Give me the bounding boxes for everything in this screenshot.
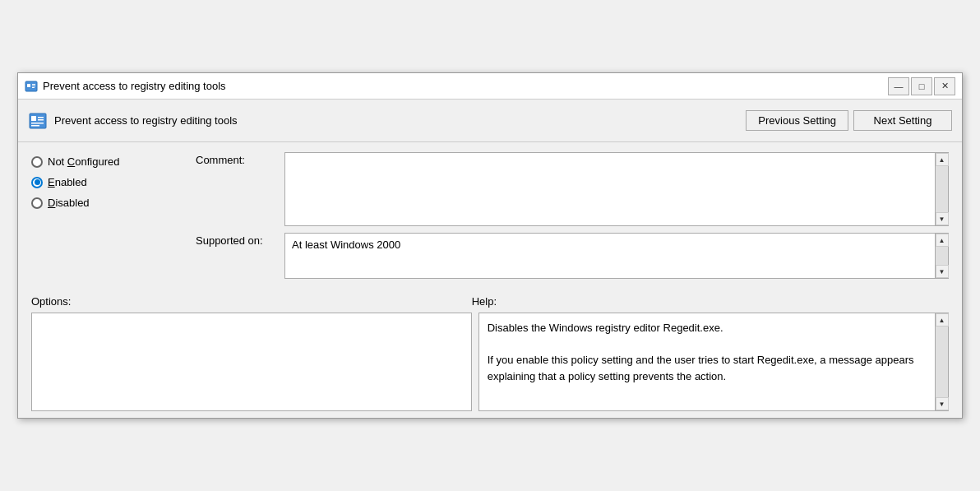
svg-rect-10	[31, 125, 39, 127]
not-configured-radio[interactable]	[31, 156, 43, 168]
supported-scroll-up[interactable]: ▲	[936, 234, 949, 247]
options-panel	[31, 313, 472, 411]
title-bar: Prevent access to registry editing tools…	[18, 73, 962, 100]
help-scroll-down[interactable]: ▼	[936, 397, 949, 410]
enabled-label: Enabled	[48, 176, 87, 188]
maximize-button[interactable]: □	[911, 77, 932, 95]
supported-scroll-track	[936, 247, 948, 265]
supported-on-row: Supported on: At least Windows 2000 ▲ ▼	[196, 233, 949, 279]
help-content: Disables the Windows registry editor Reg…	[479, 313, 935, 410]
options-section-label: Options:	[31, 295, 472, 308]
header-buttons: Previous Setting Next Setting	[746, 110, 952, 131]
enabled-option[interactable]: Enabled	[31, 176, 196, 188]
close-button[interactable]: ✕	[934, 77, 955, 95]
help-panel: Disables the Windows registry editor Reg…	[478, 313, 949, 411]
svg-rect-7	[38, 117, 44, 118]
window-icon	[25, 80, 38, 93]
next-setting-button[interactable]: Next Setting	[853, 110, 952, 131]
not-configured-label: Not Configured	[48, 155, 119, 168]
disabled-option[interactable]: Disabled	[31, 197, 196, 209]
svg-rect-4	[32, 87, 35, 88]
svg-rect-3	[32, 86, 35, 86]
right-panel: Comment: ▲ ▼ Supported on: At least Wind…	[196, 152, 949, 279]
disabled-label: Disabled	[48, 197, 90, 209]
disabled-radio[interactable]	[31, 197, 43, 209]
help-scroll-track	[936, 327, 948, 397]
comment-scroll-down[interactable]: ▼	[936, 212, 949, 225]
previous-setting-button[interactable]: Previous Setting	[746, 110, 848, 131]
comment-row: Comment: ▲ ▼	[196, 152, 949, 226]
help-line1: Disables the Windows registry editor Reg…	[488, 322, 723, 334]
svg-rect-8	[38, 119, 44, 121]
title-bar-left: Prevent access to registry editing tools	[25, 80, 226, 93]
enabled-radio[interactable]	[31, 177, 43, 188]
svg-rect-1	[27, 84, 30, 87]
supported-scrollbar: ▲ ▼	[935, 234, 948, 278]
svg-rect-9	[31, 123, 44, 124]
comment-label: Comment:	[196, 152, 278, 166]
window-title: Prevent access to registry editing tools	[43, 80, 226, 92]
header-bar: Prevent access to registry editing tools…	[18, 100, 962, 142]
help-scrollbar: ▲ ▼	[935, 313, 948, 410]
section-headers: Options: Help:	[31, 295, 949, 308]
supported-on-value: At least Windows 2000	[285, 234, 935, 278]
comment-scroll-track	[936, 166, 948, 212]
help-section-label: Help:	[472, 295, 949, 308]
content-area: Not Configured Enabled Disabled Comment:…	[18, 142, 962, 289]
panels-row: Disables the Windows registry editor Reg…	[31, 313, 949, 411]
bottom-section: Options: Help: Disables the Windows regi…	[18, 289, 962, 418]
supported-on-label: Supported on:	[196, 233, 278, 247]
left-panel: Not Configured Enabled Disabled	[31, 152, 196, 279]
title-bar-controls: — □ ✕	[888, 77, 955, 95]
policy-icon	[28, 111, 48, 131]
header-left: Prevent access to registry editing tools	[28, 111, 238, 131]
comment-input[interactable]	[285, 153, 935, 225]
minimize-button[interactable]: —	[888, 77, 909, 95]
svg-rect-2	[32, 84, 35, 85]
header-title: Prevent access to registry editing tools	[54, 114, 238, 127]
comment-scroll-up[interactable]: ▲	[936, 153, 949, 166]
help-scroll-up[interactable]: ▲	[936, 313, 949, 327]
supported-scroll-down[interactable]: ▼	[936, 265, 949, 278]
help-line3: If you enable this policy setting and th…	[488, 354, 914, 382]
svg-rect-6	[31, 116, 36, 121]
not-configured-option[interactable]: Not Configured	[31, 155, 196, 168]
main-window: Prevent access to registry editing tools…	[17, 72, 963, 419]
comment-scrollbar: ▲ ▼	[935, 153, 948, 225]
